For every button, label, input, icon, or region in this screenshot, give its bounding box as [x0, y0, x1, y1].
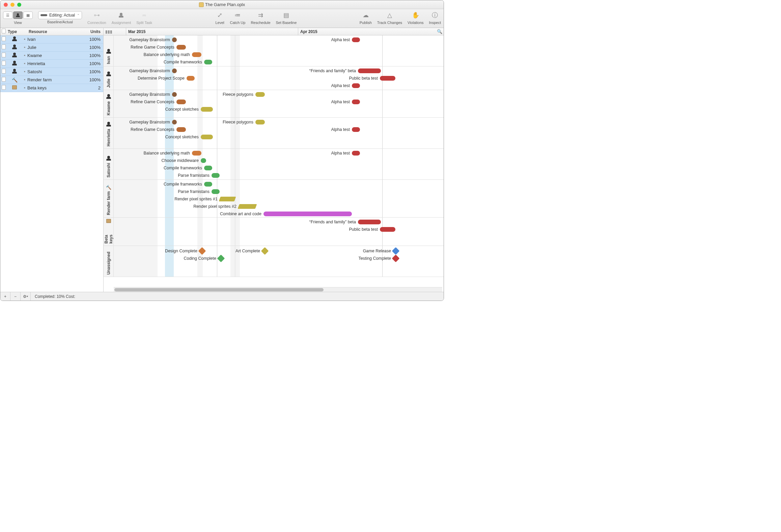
- search-icon[interactable]: 🔍: [437, 29, 442, 34]
- row-label: Julie: [106, 79, 111, 88]
- task-bar[interactable]: Parse framistans: [212, 172, 220, 179]
- note-icon: [2, 36, 6, 41]
- task-bar[interactable]: Refine Game Concepts: [176, 44, 186, 51]
- milestone[interactable]: Game Release: [393, 247, 398, 255]
- task-label: Balance underlying math: [143, 151, 190, 156]
- resource-row[interactable]: •Julie100%: [0, 44, 103, 52]
- violations-button[interactable]: ✋ Violations: [405, 9, 426, 25]
- timeline-row: IvanGameplay BrainstormRefine Game Conce…: [104, 35, 444, 66]
- task-bar[interactable]: “Friends and family” beta: [358, 67, 381, 75]
- milestone[interactable]: Testing Complete: [393, 255, 398, 262]
- window-minimize-icon[interactable]: [10, 3, 15, 7]
- header-units[interactable]: Units: [84, 29, 103, 34]
- catch-up-button[interactable]: ≔ Catch Up: [227, 9, 248, 25]
- row-label: Henrietta: [106, 129, 111, 146]
- person-icon: [12, 45, 17, 49]
- task-bar[interactable]: Fleece polygons: [255, 118, 265, 126]
- row-label: Kwame: [106, 101, 111, 115]
- person-icon: [12, 36, 17, 41]
- task-bar[interactable]: Gameplay Brainstorm: [172, 118, 177, 126]
- task-bar[interactable]: Refine Game Concepts: [176, 98, 186, 106]
- editing-actual-select[interactable]: Editing: Actual ⌃: [38, 11, 82, 19]
- scroll-thumb[interactable]: [114, 288, 324, 291]
- header-resource[interactable]: Resource: [22, 29, 84, 34]
- view-calendar-button[interactable]: ▦: [23, 11, 33, 19]
- remove-button[interactable]: −: [10, 292, 21, 301]
- task-bar[interactable]: Compile frameworks: [204, 180, 212, 188]
- connection-button[interactable]: ⊶ Connection: [85, 9, 109, 25]
- inspect-button[interactable]: ⓘ Inspect: [426, 9, 444, 25]
- task-bar[interactable]: Balance underlying math: [192, 51, 201, 58]
- content: Type Resource Units •Ivan100%•Julie100%•…: [0, 28, 444, 292]
- task-bar[interactable]: “Friends and family” beta: [358, 218, 381, 226]
- task-bar[interactable]: Compile frameworks: [204, 164, 212, 172]
- window-title: The Game Plan.oplx: [199, 2, 245, 7]
- milestone[interactable]: Art Complete: [262, 247, 268, 255]
- task-bar[interactable]: Balance underlying math: [192, 149, 201, 157]
- track-changes-button[interactable]: △ Track Changes: [374, 9, 405, 25]
- task-label: Gameplay Brainstorm: [129, 120, 170, 124]
- timeline-row: UnassignedDesign CompleteArt CompleteCod…: [104, 246, 444, 277]
- publish-button[interactable]: ☁ Publish: [357, 9, 374, 25]
- window-close-icon[interactable]: [4, 3, 8, 7]
- chart-icon[interactable]: ▮▮▮: [104, 29, 114, 34]
- resource-row[interactable]: 🔨•Render farm100%: [0, 76, 103, 84]
- level-button[interactable]: ⤢ Level: [213, 9, 227, 25]
- task-label: Balance underlying math: [143, 52, 190, 57]
- task-bar[interactable]: Alpha test: [352, 82, 360, 89]
- task-bar[interactable]: Alpha test: [352, 36, 360, 44]
- assignment-button[interactable]: Assignment: [109, 9, 134, 25]
- timeline-row: Beta keys“Friends and family” betaPublic…: [104, 218, 444, 246]
- task-label: Refine Game Concepts: [131, 127, 174, 132]
- note-icon: [2, 53, 6, 57]
- resource-row[interactable]: •Kwame100%: [0, 52, 103, 60]
- resource-row[interactable]: •Beta keys2: [0, 84, 103, 92]
- timeline-body[interactable]: IvanGameplay BrainstormRefine Game Conce…: [104, 35, 444, 292]
- task-bar[interactable]: Public beta test: [380, 226, 395, 233]
- task-bar[interactable]: Alpha test: [352, 126, 360, 133]
- task-bar[interactable]: Determine Project Scope: [187, 75, 195, 82]
- hammer-icon: 🔨: [106, 185, 111, 190]
- split-task-button[interactable]: ⎓ Split Task: [134, 9, 155, 25]
- task-bar[interactable]: Render pixel sprites #2: [239, 203, 256, 210]
- task-bar[interactable]: Compile frameworks: [204, 58, 212, 66]
- task-bar[interactable]: Alpha test: [352, 98, 360, 106]
- task-bar[interactable]: Concept sketches: [201, 133, 213, 141]
- add-button[interactable]: +: [0, 292, 10, 301]
- resource-row[interactable]: •Ivan100%: [0, 35, 103, 44]
- task-bar[interactable]: Parse framistans: [212, 188, 220, 195]
- task-bar[interactable]: Gameplay Brainstorm: [172, 91, 177, 98]
- horizontal-scrollbar[interactable]: [114, 287, 442, 292]
- resource-row[interactable]: •Satoshi100%: [0, 68, 103, 76]
- gear-button[interactable]: ⚙▾: [21, 292, 31, 301]
- task-bar[interactable]: Refine Game Concepts: [176, 126, 186, 133]
- task-bar[interactable]: Fleece polygons: [255, 91, 265, 98]
- resource-units: 2: [84, 85, 103, 90]
- view-resource-button[interactable]: [13, 11, 23, 19]
- document-icon: [199, 2, 204, 7]
- reschedule-button[interactable]: ⇉ Reschedule: [248, 9, 273, 25]
- task-label: Alpha test: [331, 83, 350, 88]
- task-bar[interactable]: Alpha test: [352, 149, 360, 157]
- task-bar[interactable]: Choose middleware: [201, 157, 206, 164]
- milestone-label: Game Release: [363, 249, 391, 253]
- resource-name: Beta keys: [27, 85, 84, 90]
- task-label: Public beta test: [349, 227, 378, 232]
- set-baseline-button[interactable]: ▤ Set Baseline: [273, 9, 300, 25]
- milestone[interactable]: Coding Complete: [218, 255, 224, 262]
- header-type[interactable]: Type: [7, 29, 22, 34]
- box-icon: [106, 219, 111, 223]
- task-bar[interactable]: Public beta test: [380, 75, 395, 82]
- view-switcher: ☰ ▦ View: [0, 9, 35, 25]
- baseline-group: Editing: Actual ⌃ Baseline/Actual: [35, 9, 85, 25]
- window-zoom-icon[interactable]: [17, 3, 21, 7]
- task-bar[interactable]: Concept sketches: [201, 106, 213, 113]
- resource-row[interactable]: •Henrietta100%: [0, 60, 103, 68]
- task-bar[interactable]: Gameplay Brainstorm: [172, 36, 177, 44]
- task-bar[interactable]: Render pixel sprites #1: [220, 195, 235, 203]
- milestone[interactable]: Design Complete: [199, 247, 205, 255]
- task-bar[interactable]: Gameplay Brainstorm: [172, 67, 177, 75]
- task-bar[interactable]: Combine art and code: [263, 210, 352, 218]
- view-outline-button[interactable]: ☰: [3, 11, 12, 19]
- person-icon: [106, 156, 111, 161]
